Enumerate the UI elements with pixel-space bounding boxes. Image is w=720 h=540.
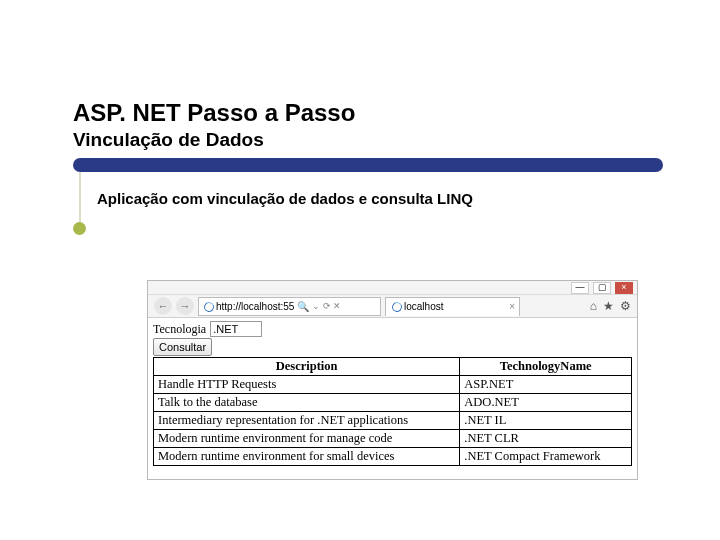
body-text: Aplicação com vinculação de dados e cons… <box>97 190 473 207</box>
close-icon: × <box>621 283 626 292</box>
close-button[interactable]: × <box>615 282 633 294</box>
back-button[interactable]: ← <box>154 297 172 315</box>
back-icon: ← <box>158 300 169 312</box>
minimize-button[interactable]: — <box>571 282 589 294</box>
cell-technology: ASP.NET <box>460 376 632 394</box>
ie-icon <box>202 301 213 312</box>
maximize-button[interactable]: ▢ <box>593 282 611 294</box>
slide-title: ASP. NET Passo a Passo <box>73 99 633 127</box>
tab-close-icon: × <box>509 301 515 312</box>
favorites-icon[interactable]: ★ <box>603 299 614 313</box>
slide-title-block: ASP. NET Passo a Passo Vinculação de Dad… <box>73 99 633 151</box>
table-row: Talk to the databaseADO.NET <box>154 394 632 412</box>
home-icon[interactable]: ⌂ <box>590 299 597 313</box>
col-description: Description <box>154 358 460 376</box>
cell-technology: .NET CLR <box>460 430 632 448</box>
cell-description: Modern runtime environment for small dev… <box>154 448 460 466</box>
cell-technology: ADO.NET <box>460 394 632 412</box>
browser-window: — ▢ × ← → http://localhost:55 🔍 ⌄ ⟳ ✕ lo… <box>147 280 638 480</box>
consultar-button[interactable]: Consultar <box>153 338 212 356</box>
bullet-stem <box>79 172 81 224</box>
gear-icon[interactable]: ⚙ <box>620 299 631 313</box>
forward-button[interactable]: → <box>176 297 194 315</box>
slide-subtitle: Vinculação de Dados <box>73 129 633 151</box>
search-icon: 🔍 <box>297 301 309 312</box>
maximize-icon: ▢ <box>598 283 607 292</box>
tab-label: localhost <box>404 301 443 312</box>
bullet-dot <box>73 222 86 235</box>
table-row: Intermediary representation for .NET app… <box>154 412 632 430</box>
title-divider <box>73 158 663 172</box>
cell-description: Modern runtime environment for manage co… <box>154 430 460 448</box>
table-row: Modern runtime environment for small dev… <box>154 448 632 466</box>
cell-technology: .NET Compact Framework <box>460 448 632 466</box>
cell-description: Talk to the database <box>154 394 460 412</box>
table-row: Modern runtime environment for manage co… <box>154 430 632 448</box>
table-row: Handle HTTP RequestsASP.NET <box>154 376 632 394</box>
col-technology: TechnologyName <box>460 358 632 376</box>
toolbar-right-icons: ⌂ ★ ⚙ <box>590 299 631 313</box>
address-bar[interactable]: http://localhost:55 🔍 ⌄ ⟳ ✕ <box>198 297 381 316</box>
browser-tab[interactable]: localhost × <box>385 297 520 316</box>
cell-technology: .NET IL <box>460 412 632 430</box>
page-content: Tecnologia Consultar Description Technol… <box>148 318 637 469</box>
results-table: Description TechnologyName Handle HTTP R… <box>153 357 632 466</box>
tech-input[interactable] <box>210 321 262 337</box>
address-text: http://localhost:55 <box>216 301 294 312</box>
address-suffix: ⌄ ⟳ ✕ <box>312 301 341 311</box>
cell-description: Handle HTTP Requests <box>154 376 460 394</box>
ie-icon <box>390 301 401 312</box>
cell-description: Intermediary representation for .NET app… <box>154 412 460 430</box>
minimize-icon: — <box>576 283 585 292</box>
tech-label: Tecnologia <box>153 322 206 337</box>
window-titlebar: — ▢ × <box>148 281 637 295</box>
forward-icon: → <box>180 300 191 312</box>
browser-toolbar: ← → http://localhost:55 🔍 ⌄ ⟳ ✕ localhos… <box>148 295 637 318</box>
